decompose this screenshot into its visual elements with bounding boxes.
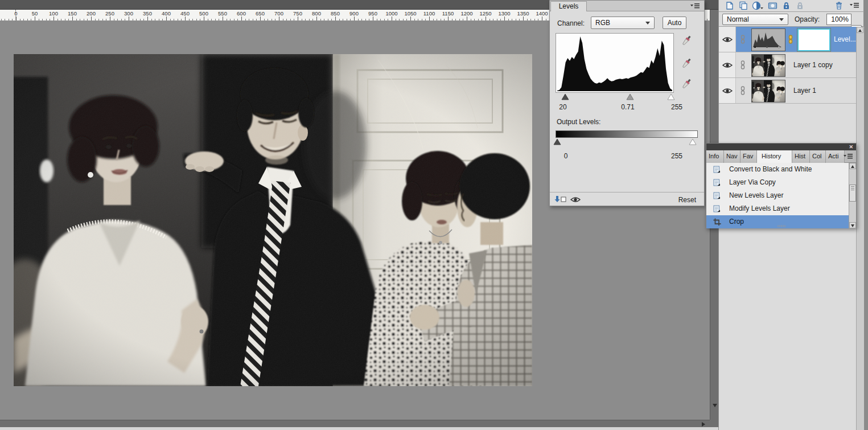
input-levels-sliders[interactable] [554,93,675,100]
history-step[interactable]: Modify Levels Layer [706,202,856,215]
adjustment-layer-thumbnail[interactable] [751,28,785,51]
blend-options-row: Normal Opacity: 100% [719,12,864,27]
tab-actions[interactable]: Acti [826,150,845,163]
ruler-tick [204,17,204,21]
output-levels-sliders[interactable] [552,138,701,145]
panel-menu-icon[interactable] [844,153,853,159]
scroll-down-icon[interactable] [713,404,717,407]
layer-row-layer-1-copy[interactable]: Layer 1 copy [719,52,856,78]
reset-button[interactable]: Reset [678,196,696,204]
lock-icon[interactable] [781,1,791,10]
clip-to-layer-icon[interactable] [554,195,566,203]
tab-history[interactable]: History [757,150,792,163]
ruler-tick [102,19,103,21]
mask-link-icon[interactable] [788,35,793,44]
ruler-tick [12,19,13,21]
ruler-tick [245,19,246,21]
opacity-field[interactable]: 100% [826,14,851,25]
blend-mode-dropdown[interactable]: Normal [722,14,788,25]
duplicate-layer-icon[interactable] [738,1,748,10]
ruler-tick [324,19,324,21]
preview-eye-icon[interactable] [570,196,581,203]
close-icon[interactable]: ✕ [849,144,853,150]
auto-button[interactable]: Auto [663,17,686,29]
panel-menu-icon[interactable] [690,3,700,9]
ruler-label: 1150 [442,10,454,17]
layer-visibility-cell[interactable] [719,27,736,52]
panel-resize-grip[interactable] [778,225,785,227]
layer-mask-icon[interactable] [768,1,778,10]
history-titlebar[interactable]: ✕ [706,144,856,150]
ruler-tick [9,19,9,21]
tab-histogram[interactable]: Hist [792,150,810,163]
new-layer-icon[interactable] [725,1,735,10]
layer-name[interactable]: Level... [834,35,856,43]
black-point-eyedropper-icon[interactable] [680,35,692,47]
canvas-horizontal-scrollbar[interactable] [0,420,710,427]
output-black-value[interactable]: 0 [554,152,577,160]
ruler-tick [42,19,43,21]
ruler-tick [196,19,197,21]
history-scrollbar[interactable] [849,163,856,228]
ruler-tick [523,17,524,21]
layer-row-layer-1[interactable]: Layer 1 [719,78,856,104]
eye-icon[interactable] [722,62,733,68]
layer-visibility-cell[interactable] [719,52,736,77]
link-icon[interactable] [740,60,746,69]
history-step[interactable]: Layer Via Copy [706,176,856,189]
ruler-tick [166,17,167,21]
panel-menu-icon[interactable] [850,2,859,9]
tab-color[interactable]: Col [810,150,826,163]
layer-visibility-cell[interactable] [719,78,736,103]
scroll-up-icon [858,29,862,32]
white-point-eyedropper-icon[interactable] [680,78,692,91]
white-output-slider[interactable] [689,139,696,145]
layers-scrollbar[interactable] [856,27,864,430]
gray-point-eyedropper-icon[interactable] [680,58,692,70]
scrollbar-thumb[interactable] [849,185,856,202]
history-tab-strip: Info Nav Fav History Hist Col Acti [706,150,856,163]
layer-row-levels-adjustment[interactable]: Level... [719,27,856,52]
adjustment-layer-icon[interactable] [752,1,764,10]
gamma-input-slider[interactable] [627,94,633,100]
black-output-slider[interactable] [554,139,561,145]
link-icon[interactable] [740,86,746,95]
tab-info[interactable]: Info [706,150,724,163]
layer-thumbnail[interactable] [751,54,785,77]
scroll-up-button[interactable] [857,27,863,33]
scroll-up-button[interactable] [849,163,856,169]
ruler-tick [170,19,171,21]
black-input-slider[interactable] [562,94,569,100]
layer-name[interactable]: Layer 1 [793,87,816,95]
photo-canvas[interactable] [14,54,532,386]
scroll-down-button[interactable] [849,222,856,228]
ruler-tick [143,19,144,21]
ruler-tick [467,17,467,21]
input-black-value[interactable]: 20 [552,103,574,111]
link-icon[interactable] [740,35,746,44]
tab-navigator[interactable]: Nav [724,150,741,163]
output-white-value[interactable]: 255 [665,152,688,160]
history-step[interactable]: New Levels Layer [706,189,856,202]
layer-mask-thumbnail[interactable] [797,28,830,51]
ruler-tick [147,17,148,21]
ruler-tick [61,19,61,21]
trash-icon[interactable] [834,1,844,10]
ruler-tick [410,17,411,21]
layer-thumbnail[interactable] [751,80,785,103]
tab-favorites[interactable]: Fav [741,150,757,163]
layer-name[interactable]: Layer 1 copy [793,61,833,69]
eye-icon[interactable] [722,88,733,94]
lock-transparent-icon[interactable] [795,1,805,10]
input-white-value[interactable]: 255 [665,103,688,111]
scroll-right-icon[interactable] [702,422,705,427]
history-step[interactable]: Convert to Black and White [706,163,856,176]
ruler-tick [433,19,434,21]
input-gamma-value[interactable]: 0.71 [614,103,641,111]
tab-levels[interactable]: Levels [550,1,587,11]
ruler-tick [493,19,493,21]
eye-icon[interactable] [722,36,733,43]
ruler-tick [162,19,163,21]
white-input-slider[interactable] [668,94,674,100]
channel-dropdown[interactable]: RGB [591,17,655,29]
